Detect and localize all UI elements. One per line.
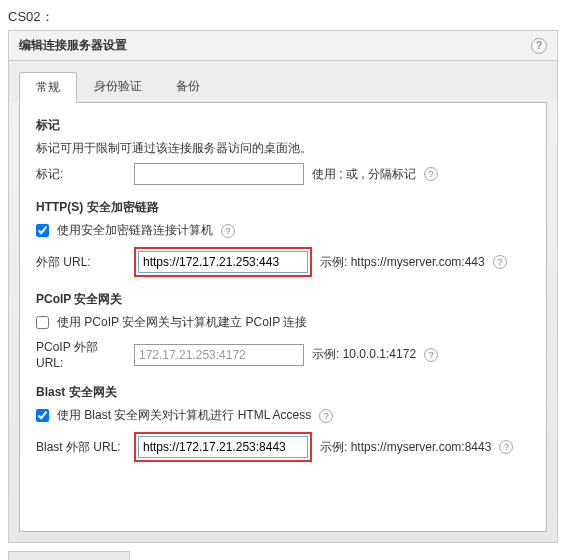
pcoip-checkbox-label: 使用 PCoIP 安全网关与计算机建立 PCoIP 连接 <box>57 314 307 331</box>
blast-checkbox[interactable] <box>36 409 49 422</box>
dialog: 编辑连接服务器设置 ? 常规 身份验证 备份 标记 标记可用于限制可通过该连接服… <box>8 30 558 543</box>
highlight-box <box>134 247 312 277</box>
tags-title: 标记 <box>36 117 530 134</box>
page-label: CS02： <box>8 8 558 26</box>
tags-label: 标记: <box>36 166 126 183</box>
https-example: 示例: https://myserver.com:443 <box>320 254 485 271</box>
blast-title: Blast 安全网关 <box>36 384 530 401</box>
blast-checkbox-label: 使用 Blast 安全网关对计算机进行 HTML Access <box>57 407 311 424</box>
dialog-header: 编辑连接服务器设置 ? <box>9 31 557 61</box>
https-title: HTTP(S) 安全加密链路 <box>36 199 530 216</box>
help-icon[interactable]: ? <box>493 255 507 269</box>
tags-input[interactable] <box>134 163 304 185</box>
help-icon[interactable]: ? <box>531 38 547 54</box>
help-icon[interactable]: ? <box>319 409 333 423</box>
pcoip-url-label: PCoIP 外部 URL: <box>36 339 126 370</box>
help-icon[interactable]: ? <box>221 224 235 238</box>
footer-bar <box>8 551 130 560</box>
https-url-label: 外部 URL: <box>36 254 126 271</box>
https-checkbox-label: 使用安全加密链路连接计算机 <box>57 222 213 239</box>
pcoip-url-input <box>134 344 304 366</box>
tags-hint: 使用 ; 或 , 分隔标记 <box>312 166 416 183</box>
pcoip-checkbox[interactable] <box>36 316 49 329</box>
dialog-title: 编辑连接服务器设置 <box>19 37 127 54</box>
tab-auth[interactable]: 身份验证 <box>77 71 159 102</box>
tab-content: 标记 标记可用于限制可通过该连接服务器访问的桌面池。 标记: 使用 ; 或 , … <box>19 102 547 532</box>
blast-example: 示例: https://myserver.com:8443 <box>320 439 491 456</box>
pcoip-example: 示例: 10.0.0.1:4172 <box>312 346 416 363</box>
https-url-input[interactable] <box>138 251 308 273</box>
highlight-box <box>134 432 312 462</box>
tab-bar: 常规 身份验证 备份 <box>9 61 557 102</box>
pcoip-title: PCoIP 安全网关 <box>36 291 530 308</box>
blast-section: Blast 安全网关 使用 Blast 安全网关对计算机进行 HTML Acce… <box>36 384 530 462</box>
tab-backup[interactable]: 备份 <box>159 71 217 102</box>
https-section: HTTP(S) 安全加密链路 使用安全加密链路连接计算机 ? 外部 URL: 示… <box>36 199 530 277</box>
help-icon[interactable]: ? <box>424 167 438 181</box>
https-checkbox[interactable] <box>36 224 49 237</box>
tab-general[interactable]: 常规 <box>19 72 77 103</box>
tags-section: 标记 标记可用于限制可通过该连接服务器访问的桌面池。 标记: 使用 ; 或 , … <box>36 117 530 185</box>
blast-url-input[interactable] <box>138 436 308 458</box>
blast-url-label: Blast 外部 URL: <box>36 439 126 456</box>
help-icon[interactable]: ? <box>499 440 513 454</box>
pcoip-section: PCoIP 安全网关 使用 PCoIP 安全网关与计算机建立 PCoIP 连接 … <box>36 291 530 370</box>
tags-desc: 标记可用于限制可通过该连接服务器访问的桌面池。 <box>36 140 530 157</box>
help-icon[interactable]: ? <box>424 348 438 362</box>
